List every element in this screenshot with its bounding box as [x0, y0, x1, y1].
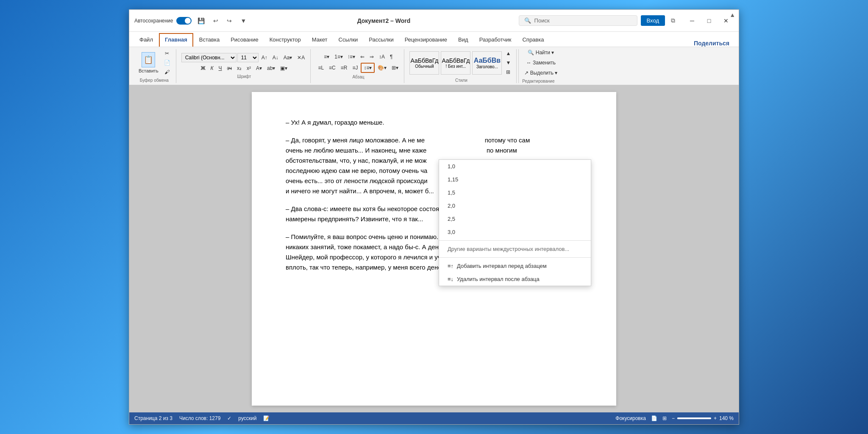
- justify-button[interactable]: ≡J: [350, 64, 360, 72]
- autosave-label: Автосохранение: [134, 18, 173, 24]
- ribbon-collapse-button[interactable]: ▲: [729, 11, 735, 18]
- line-spacing-button[interactable]: ↕≡▾: [361, 63, 375, 73]
- tab-mailings[interactable]: Рассылки: [364, 34, 398, 47]
- style-no-spacing[interactable]: АаБбВвГд ! Без инт...: [441, 51, 470, 75]
- highlight-button[interactable]: ab▾: [265, 64, 277, 72]
- spacing-3-0[interactable]: 3,0: [439, 225, 591, 239]
- style-normal[interactable]: АаБбВвГд Обычный: [409, 51, 439, 75]
- font-group: Calibri (Основн... 11 A↑ A↓ Aa▾ ✕A Ж К Ч…: [178, 49, 311, 83]
- paste-button[interactable]: 📋 Вставить: [136, 50, 161, 75]
- paragraph-label: Абзац: [352, 75, 364, 79]
- font-color-button[interactable]: A▾: [254, 64, 264, 72]
- minimize-button[interactable]: ─: [684, 15, 700, 27]
- save-button[interactable]: 💾: [195, 16, 207, 26]
- tab-review[interactable]: Рецензирование: [400, 34, 452, 47]
- zoom-out-icon[interactable]: −: [672, 415, 675, 421]
- underline-button[interactable]: Ч: [217, 64, 224, 72]
- shading-button[interactable]: ▣▾: [278, 64, 289, 72]
- subscript-button[interactable]: x₂: [235, 64, 244, 72]
- replace-button[interactable]: ↔ Заменить: [522, 58, 559, 67]
- autosave-toggle[interactable]: [176, 17, 192, 25]
- remove-space-after[interactable]: ≡↓ Удалить интервал после абзаца: [439, 273, 591, 286]
- redo-button[interactable]: ↪: [224, 16, 234, 26]
- add-space-before-icon: ≡↑: [448, 263, 453, 269]
- multilevel-list-button[interactable]: ⁝≡▾: [346, 53, 357, 61]
- select-button[interactable]: ↗ Выделить ▾: [522, 69, 559, 77]
- decrease-indent-button[interactable]: ⇐: [358, 53, 367, 61]
- share-button[interactable]: Поделиться: [690, 40, 734, 47]
- borders-button[interactable]: ⊞▾: [389, 64, 401, 72]
- format-painter-button[interactable]: 🖌: [162, 68, 172, 76]
- editing-label: Редактирование: [522, 79, 559, 83]
- paragraph-group: ≡▾ 1≡▾ ⁝≡▾ ⇐ ⇒ ↕A ¶ ≡L ≡C ≡R ≡J ↕≡▾ 🎨▾ ⊞…: [312, 49, 404, 83]
- font-size-select[interactable]: 11: [237, 53, 259, 62]
- clipboard-row: 📋 Вставить ✂ 📄 🖌: [136, 49, 172, 76]
- spacing-1-5[interactable]: 1,5: [439, 186, 591, 199]
- zoom-in-icon[interactable]: +: [714, 415, 717, 421]
- copy-button[interactable]: 📄: [162, 58, 172, 67]
- search-bar[interactable]: 🔍 Поиск: [519, 15, 637, 26]
- align-center-button[interactable]: ≡C: [327, 64, 338, 72]
- numbering-button[interactable]: 1≡▾: [332, 53, 345, 61]
- doc-title: Документ2: [357, 17, 389, 24]
- font-size-decrease[interactable]: A↓: [270, 53, 281, 62]
- cut-button[interactable]: ✂: [162, 49, 172, 58]
- spacing-1-15[interactable]: 1,15: [439, 173, 591, 186]
- undo-button[interactable]: ↩: [211, 16, 221, 26]
- tab-layout[interactable]: Макет: [307, 34, 333, 47]
- tab-help[interactable]: Справка: [517, 34, 549, 47]
- track-changes-icon: 📝: [263, 415, 270, 421]
- clear-format-button[interactable]: ✕A: [295, 53, 307, 62]
- change-case-button[interactable]: Aa▾: [281, 53, 295, 62]
- align-left-button[interactable]: ≡L: [316, 64, 326, 72]
- tab-home[interactable]: Главная: [159, 33, 193, 47]
- maximize-button[interactable]: □: [701, 15, 717, 27]
- clipboard-group: 📋 Вставить ✂ 📄 🖌 Буфер обмена: [133, 49, 176, 83]
- superscript-button[interactable]: x²: [245, 64, 253, 72]
- strikethrough-button[interactable]: зч: [225, 64, 234, 72]
- styles-group: АаБбВвГд Обычный АаБбВвГд ! Без инт... А…: [406, 49, 517, 83]
- spacing-2-5[interactable]: 2,5: [439, 212, 591, 225]
- spacing-2-0[interactable]: 2,0: [439, 199, 591, 212]
- status-bar-right: Фокусировка 📄 ⊞ − + 140 %: [615, 415, 734, 421]
- find-button[interactable]: 🔍 Найти ▾: [522, 48, 559, 57]
- search-icon: 🔍: [524, 17, 531, 24]
- tab-insert[interactable]: Вставка: [194, 34, 225, 47]
- window-controls: ─ □ ✕: [684, 15, 734, 27]
- align-right-button[interactable]: ≡R: [339, 64, 350, 72]
- font-name-select[interactable]: Calibri (Основн...: [181, 53, 236, 62]
- style-heading[interactable]: АаБбВв Заголово...: [472, 51, 502, 75]
- word-count: Число слов: 1279: [179, 415, 220, 421]
- font-size-increase[interactable]: A↑: [259, 53, 270, 62]
- search-placeholder: Поиск: [534, 17, 550, 24]
- add-space-before[interactable]: ≡↑ Добавить интервал перед абзацем: [439, 259, 591, 273]
- spacing-1-0[interactable]: 1,0: [439, 160, 591, 173]
- window-mode-btn[interactable]: ⧉: [668, 15, 678, 26]
- sort-button[interactable]: ↕A: [377, 53, 387, 61]
- tab-draw[interactable]: Рисование: [225, 34, 263, 47]
- remove-space-after-icon: ≡↓: [448, 276, 453, 282]
- shading-para-button[interactable]: 🎨▾: [376, 64, 389, 72]
- bold-button[interactable]: Ж: [199, 64, 208, 72]
- tab-file[interactable]: Файл: [134, 34, 158, 47]
- tab-design[interactable]: Конструктор: [264, 34, 306, 47]
- line-spacing-dropdown: 1,0 1,15 1,5 2,0 2,5 3,0 Другие варианты…: [439, 159, 591, 286]
- tab-developer[interactable]: Разработчик: [474, 34, 517, 47]
- quick-access-btn[interactable]: ▼: [238, 16, 249, 26]
- styles-scroll-up[interactable]: ▲: [504, 49, 513, 58]
- clipboard-label: Буфер обмена: [140, 78, 169, 83]
- zoom-slider[interactable]: [677, 417, 711, 419]
- title-bar: Автосохранение 💾 ↩ ↪ ▼ Документ2 – Word …: [129, 10, 739, 32]
- increase-indent-button[interactable]: ⇒: [367, 53, 376, 61]
- bullets-button[interactable]: ≡▾: [322, 53, 331, 61]
- document-area: – Ух! А я думал, гораздо меньше. – Да, г…: [129, 85, 739, 412]
- styles-scroll-down[interactable]: ▼: [504, 58, 513, 67]
- styles-more[interactable]: ⊞: [504, 68, 513, 76]
- signin-button[interactable]: Вход: [641, 15, 665, 26]
- more-spacing-options[interactable]: Другие варианты междустрочных интервалов…: [439, 242, 591, 256]
- tab-references[interactable]: Ссылки: [334, 34, 363, 47]
- tab-view[interactable]: Вид: [453, 34, 473, 47]
- italic-button[interactable]: К: [209, 64, 216, 72]
- show-marks-button[interactable]: ¶: [388, 53, 395, 61]
- status-bar: Страница 2 из 3 Число слов: 1279 ✓ русск…: [129, 412, 739, 424]
